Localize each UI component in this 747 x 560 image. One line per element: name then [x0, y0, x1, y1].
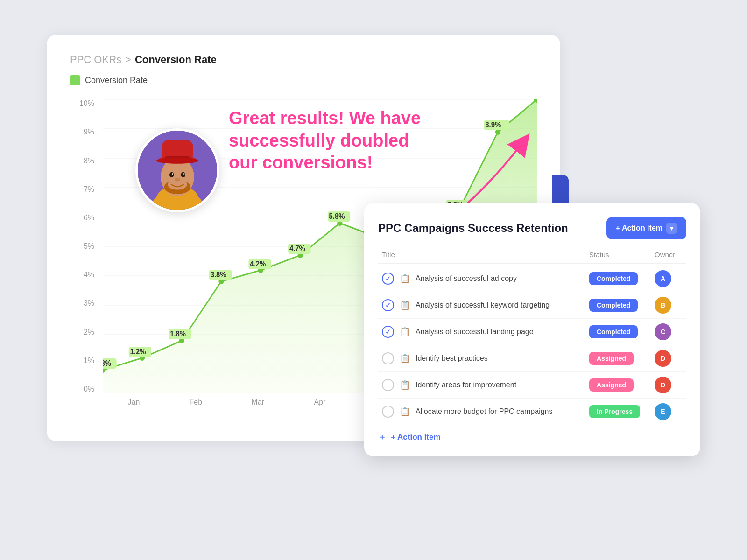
breadcrumb-parent: PPC OKRs	[70, 54, 121, 66]
check-icon-2[interactable]: ✓	[382, 299, 394, 311]
y-label-3: 3%	[70, 299, 98, 308]
legend-color-dot	[70, 75, 80, 85]
check-mark-3: ✓	[385, 328, 391, 336]
table-row-6: 📋 Allocate more budget for PPC campaigns…	[378, 399, 686, 425]
status-badge-3: Completed	[589, 328, 655, 336]
panel-title: PPC Campaigns Success Retention	[378, 222, 568, 235]
row-title-4: 📋 Identify best practices	[382, 352, 589, 364]
svg-text:4.7%: 4.7%	[289, 245, 305, 253]
task-label-2: Analysis of successful keyword targeting	[416, 301, 550, 309]
status-text-5: Assigned	[589, 378, 634, 392]
y-label-1: 1%	[70, 357, 98, 365]
check-icon-3[interactable]: ✓	[382, 326, 394, 338]
x-label-jan: Jan	[103, 398, 165, 417]
svg-text:1.8%: 1.8%	[170, 330, 186, 338]
owner-6: E	[655, 403, 683, 420]
status-badge-5: Assigned	[589, 381, 655, 389]
svg-point-43	[181, 172, 185, 177]
status-text-4: Assigned	[589, 352, 634, 365]
add-btn-label: + Action Item	[616, 224, 662, 232]
status-text-3: Completed	[589, 325, 638, 338]
owner-avatar-4: D	[655, 350, 671, 367]
owner-avatar-6: E	[655, 403, 671, 420]
svg-point-42	[169, 172, 174, 177]
svg-text:4.2%: 4.2%	[250, 260, 266, 268]
chart-legend: Conversion Rate	[70, 75, 537, 85]
y-label-4: 4%	[70, 271, 98, 279]
task-icon-4: 📋	[399, 352, 411, 364]
col-owner: Owner	[655, 251, 683, 259]
status-badge-4: Assigned	[589, 354, 655, 363]
y-label-2: 2%	[70, 328, 98, 336]
table-header: Title Status Owner	[378, 251, 686, 264]
row-title-5: 📋 Identify areas for improvement	[382, 379, 589, 391]
check-icon-5[interactable]	[382, 379, 394, 391]
y-label-0: 0%	[70, 385, 98, 393]
table-row: ✓ 📋 Analysis of successful ad copy Compl…	[378, 266, 686, 292]
svg-text:8.9%: 8.9%	[485, 121, 501, 129]
breadcrumb: PPC OKRs > Conversion Rate	[70, 54, 537, 66]
status-badge-2: Completed	[589, 301, 655, 309]
status-badge-6: In Progress	[589, 407, 655, 416]
footer-label: + Action Item	[391, 433, 441, 442]
svg-point-50	[156, 158, 199, 164]
check-icon-6[interactable]	[382, 406, 394, 418]
task-icon-6: 📋	[399, 406, 411, 418]
owner-avatar-3: C	[655, 323, 671, 340]
col-status: Status	[589, 251, 655, 259]
col-title: Title	[382, 251, 589, 259]
task-label-3: Analysis of successful landing page	[416, 328, 534, 336]
svg-point-46	[175, 178, 180, 182]
task-label-4: Identify best practices	[416, 354, 488, 363]
svg-text:5.8%: 5.8%	[329, 212, 345, 221]
y-label-5: 5%	[70, 242, 98, 251]
y-label-6: 6%	[70, 214, 98, 222]
y-label-10: 10%	[70, 99, 98, 108]
owner-2: B	[655, 297, 683, 314]
svg-point-45	[183, 173, 185, 175]
owner-4: D	[655, 350, 683, 367]
y-label-8: 8%	[70, 157, 98, 165]
check-mark-1: ✓	[385, 275, 391, 282]
svg-point-44	[172, 173, 173, 175]
status-text-1: Completed	[589, 272, 638, 285]
status-text-6: In Progress	[589, 405, 640, 418]
status-badge-1: Completed	[589, 274, 655, 283]
row-title-1: ✓ 📋 Analysis of successful ad copy	[382, 273, 589, 285]
panel-footer[interactable]: ＋ + Action Item	[378, 425, 686, 442]
person-svg	[138, 131, 217, 210]
owner-1: A	[655, 270, 683, 287]
svg-text:0.8%: 0.8%	[103, 359, 111, 368]
y-label-7: 7%	[70, 185, 98, 194]
check-icon-1[interactable]: ✓	[382, 273, 394, 285]
dropdown-arrow: ▾	[666, 223, 677, 234]
task-icon-2: 📋	[399, 299, 411, 311]
row-title-3: ✓ 📋 Analysis of successful landing page	[382, 326, 589, 338]
x-label-feb: Feb	[165, 398, 227, 417]
y-label-9: 9%	[70, 128, 98, 136]
status-text-2: Completed	[589, 299, 638, 312]
table-row-5: 📋 Identify areas for improvement Assigne…	[378, 372, 686, 399]
x-label-mar: Mar	[227, 398, 289, 417]
table-row-2: ✓ 📋 Analysis of successful keyword targe…	[378, 292, 686, 319]
add-action-item-button[interactable]: + Action Item ▾	[606, 217, 686, 239]
task-label-6: Allocate more budget for PPC campaigns	[416, 407, 552, 416]
task-label-5: Identify areas for improvement	[416, 381, 516, 389]
breadcrumb-current: Conversion Rate	[135, 54, 217, 66]
task-icon-5: 📋	[399, 379, 411, 391]
owner-avatar-1: A	[655, 270, 671, 287]
y-axis: 0% 1% 2% 3% 4% 5% 6% 7% 8% 9% 10%	[70, 99, 98, 393]
owner-avatar-2: B	[655, 297, 671, 314]
task-icon-3: 📋	[399, 326, 411, 338]
panel-header: PPC Campaigns Success Retention + Action…	[378, 217, 686, 239]
action-panel: PPC Campaigns Success Retention + Action…	[364, 203, 700, 456]
x-label-apr: Apr	[289, 398, 351, 417]
owner-avatar-5: D	[655, 377, 671, 393]
check-icon-4[interactable]	[382, 352, 394, 364]
svg-text:1.2%: 1.2%	[130, 348, 146, 356]
footer-plus: ＋	[378, 432, 386, 442]
avatar	[135, 128, 219, 212]
annotation-text: Great results! We have successfully doub…	[229, 107, 439, 174]
table-row-4: 📋 Identify best practices Assigned D	[378, 345, 686, 372]
check-mark-2: ✓	[385, 301, 391, 309]
